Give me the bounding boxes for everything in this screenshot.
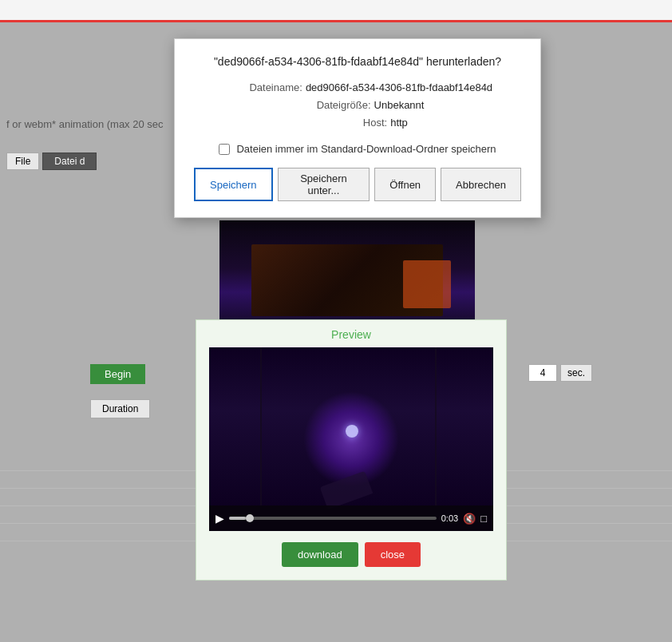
- filename-label: Dateiname:: [223, 79, 302, 97]
- file-row: File Datei d: [0, 153, 97, 170]
- sec-row: sec.: [528, 364, 592, 382]
- dialog-title: "ded9066f-a534-4306-81fb-fdaabf14e84d" h…: [194, 55, 521, 68]
- dialog-buttons: Speichern Speichern unter... Öffnen Abbr…: [194, 168, 521, 201]
- dialog-info: Dateiname: ded9066f-a534-4306-81fb-fdaab…: [194, 79, 521, 132]
- begin-button[interactable]: Begin: [90, 364, 145, 384]
- preview-header: Preview: [196, 320, 506, 347]
- file-button[interactable]: File: [6, 153, 39, 170]
- filesize-value: Unbekannt: [374, 97, 425, 114]
- video-line-right: [435, 347, 437, 505]
- video-subject: [346, 425, 358, 438]
- progress-fill: [229, 517, 246, 520]
- sec-label: sec.: [560, 364, 592, 382]
- datei-button[interactable]: Datei d: [42, 153, 97, 170]
- play-button[interactable]: ▶: [215, 512, 224, 525]
- save-button[interactable]: Speichern: [194, 168, 273, 201]
- cancel-button[interactable]: Abbrechen: [441, 168, 521, 201]
- time-display: 0:03: [441, 513, 458, 523]
- checkbox-row: Dateien immer im Standard-Download-Ordne…: [194, 143, 521, 155]
- progress-bar[interactable]: [229, 517, 437, 520]
- host-value: http: [390, 114, 408, 132]
- filename-value: ded9066f-a534-4306-81fb-fdaabf14e84d: [306, 79, 492, 97]
- fullscreen-icon[interactable]: □: [480, 513, 487, 525]
- duration-button[interactable]: Duration: [90, 399, 150, 418]
- begin-section: Begin: [90, 364, 145, 384]
- duration-section: Duration: [90, 399, 150, 418]
- filename-row: Dateiname: ded9066f-a534-4306-81fb-fdaab…: [194, 79, 521, 97]
- checkbox-label: Dateien immer im Standard-Download-Ordne…: [236, 143, 496, 155]
- save-default-checkbox[interactable]: [219, 144, 230, 155]
- sec-input[interactable]: [528, 364, 557, 382]
- save-as-button[interactable]: Speichern unter...: [278, 168, 370, 201]
- preview-panel: Preview ▶ 0:03 🔇 □ download close: [196, 319, 507, 581]
- host-row: Host: http: [194, 114, 521, 132]
- action-buttons: download close: [196, 542, 506, 567]
- download-dialog: "ded9066f-a534-4306-81fb-fdaabf14e84d" h…: [174, 38, 541, 218]
- video-glow: [303, 391, 399, 487]
- top-bar: [0, 0, 672, 22]
- volume-icon[interactable]: 🔇: [463, 513, 476, 525]
- filesize-row: Dateigröße: Unbekannt: [194, 97, 521, 114]
- preview-video: ▶ 0:03 🔇 □: [209, 347, 493, 531]
- close-button[interactable]: close: [365, 542, 421, 567]
- open-button[interactable]: Öffnen: [374, 168, 436, 201]
- filesize-label: Dateigröße:: [291, 97, 371, 114]
- hint-text: f or webm* animation (max 20 sec: [0, 118, 170, 130]
- download-button[interactable]: download: [282, 542, 358, 567]
- progress-dot: [246, 514, 254, 522]
- video-controls: ▶ 0:03 🔇 □: [209, 505, 493, 531]
- video-line-left: [260, 347, 262, 505]
- host-label: Host:: [307, 114, 387, 132]
